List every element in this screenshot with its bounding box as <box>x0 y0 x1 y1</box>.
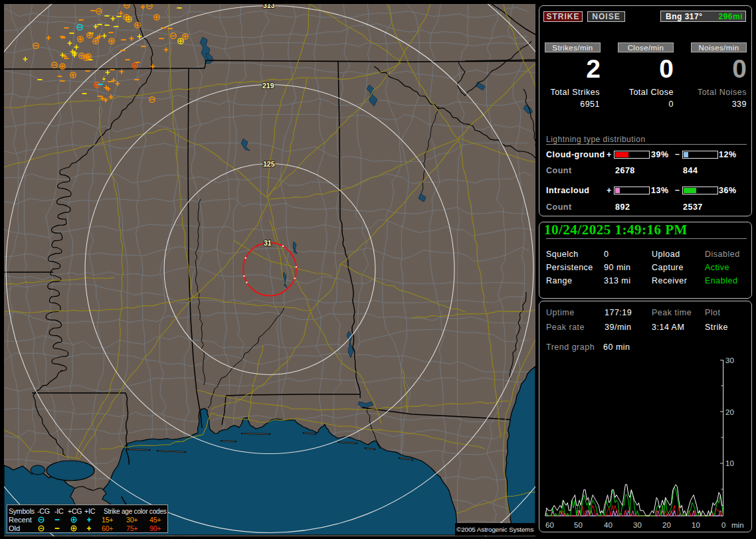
svg-text:90+: 90+ <box>149 524 161 532</box>
svg-text:125: 125 <box>263 160 275 168</box>
svg-text:30: 30 <box>633 521 642 529</box>
svg-text:Symbols: Symbols <box>9 507 35 515</box>
svg-text:©2005 Astrogenic Systems: ©2005 Astrogenic Systems <box>456 526 533 533</box>
svg-text:0: 0 <box>721 521 725 529</box>
svg-text:31: 31 <box>264 239 272 247</box>
svg-text:60: 60 <box>545 521 554 529</box>
svg-text:313: 313 <box>263 4 275 9</box>
svg-text:Strike age color codes: Strike age color codes <box>104 508 167 515</box>
svg-text:60+: 60+ <box>102 524 113 532</box>
svg-text:20: 20 <box>662 521 671 529</box>
svg-text:30: 30 <box>725 356 734 364</box>
svg-text:Recent: Recent <box>9 516 32 524</box>
svg-text:+CG: +CG <box>68 507 82 515</box>
svg-text:-IC: -IC <box>54 507 64 515</box>
svg-text:10: 10 <box>692 521 700 529</box>
svg-text:219: 219 <box>262 82 274 90</box>
svg-text:45+: 45+ <box>149 516 161 524</box>
svg-text:min: min <box>731 521 744 529</box>
svg-text:50: 50 <box>574 521 583 529</box>
svg-text:-CG: -CG <box>37 507 50 515</box>
svg-text:40: 40 <box>604 521 613 529</box>
svg-text:15+: 15+ <box>102 516 113 524</box>
svg-text:Old: Old <box>9 524 20 532</box>
svg-text:30+: 30+ <box>126 516 138 524</box>
svg-text:20: 20 <box>725 408 734 416</box>
svg-text:10: 10 <box>725 459 734 467</box>
svg-text:75+: 75+ <box>126 524 138 532</box>
svg-text:+IC: +IC <box>84 507 96 515</box>
